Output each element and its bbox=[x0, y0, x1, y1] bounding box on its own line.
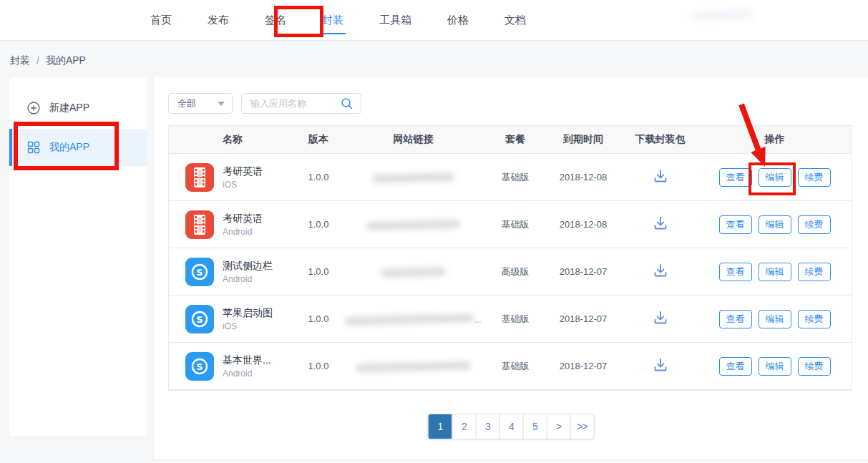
website-link-cell bbox=[340, 266, 487, 277]
category-select[interactable]: 全部 bbox=[168, 93, 233, 114]
nav-item-6[interactable]: 文档 bbox=[503, 9, 527, 31]
table-row: S苹果启动图iOS1.0.0...基础版2018-12-07查看编辑续费 bbox=[169, 296, 852, 343]
column-header-1: 版本 bbox=[297, 133, 340, 146]
nav-item-4[interactable]: 工具箱 bbox=[378, 9, 413, 31]
breadcrumb-separator: / bbox=[36, 55, 39, 67]
renew-button[interactable]: 续费 bbox=[798, 215, 831, 234]
film-icon bbox=[185, 210, 214, 239]
plan-cell: 基础版 bbox=[487, 218, 544, 231]
s-logo-icon: S bbox=[185, 352, 214, 381]
app-search bbox=[241, 93, 361, 114]
table-body: 考研英语iOS1.0.0基础版2018-12-08查看编辑续费考研英语Andro… bbox=[169, 154, 852, 390]
actions-cell: 查看编辑续费 bbox=[698, 168, 852, 187]
breadcrumb-current: 我的APP bbox=[46, 54, 86, 67]
table-row: S基本世界...Android1.0.0基础版2018-12-07查看编辑续费 bbox=[169, 343, 852, 390]
s-logo-icon: S bbox=[185, 258, 214, 286]
app-platform: Android bbox=[223, 274, 273, 284]
expiry-cell: 2018-12-07 bbox=[544, 361, 623, 371]
svg-text:S: S bbox=[196, 361, 203, 372]
download-icon[interactable] bbox=[653, 215, 668, 231]
view-button[interactable]: 查看 bbox=[719, 168, 752, 187]
main-nav: 首页发布签名封装工具箱价格文档 bbox=[149, 0, 527, 40]
renew-button[interactable]: 续费 bbox=[798, 168, 831, 187]
website-link-cell bbox=[340, 219, 487, 230]
app-platform: iOS bbox=[223, 180, 263, 190]
redacted-url bbox=[345, 313, 474, 325]
app-name-cell: 考研英语Android bbox=[169, 210, 297, 239]
edit-button[interactable]: 编辑 bbox=[759, 310, 791, 328]
last-page-button[interactable]: >> bbox=[570, 414, 594, 439]
edit-button[interactable]: 编辑 bbox=[759, 357, 791, 376]
expiry-cell: 2018-12-07 bbox=[544, 313, 623, 324]
app-name-block: 苹果启动图iOS bbox=[223, 307, 273, 331]
filter-toolbar: 全部 bbox=[168, 93, 361, 114]
sidebar-item-my-app[interactable]: 我的APP bbox=[9, 129, 147, 166]
page-button-5[interactable]: 5 bbox=[523, 414, 547, 439]
plan-cell: 基础版 bbox=[487, 313, 544, 326]
download-icon[interactable] bbox=[653, 168, 668, 184]
sidebar-item-new-app[interactable]: 新建APP bbox=[9, 93, 147, 123]
app-name-cell: S苹果启动图iOS bbox=[169, 305, 297, 333]
version-cell: 1.0.0 bbox=[297, 361, 340, 371]
version-cell: 1.0.0 bbox=[297, 219, 340, 230]
edit-button[interactable]: 编辑 bbox=[759, 263, 791, 281]
redacted-url bbox=[356, 361, 470, 372]
download-cell bbox=[623, 310, 698, 328]
redacted-url bbox=[366, 220, 459, 230]
download-icon[interactable] bbox=[653, 357, 668, 373]
table-row: 考研英语Android1.0.0基础版2018-12-08查看编辑续费 bbox=[169, 201, 852, 248]
download-icon[interactable] bbox=[653, 263, 668, 278]
app-name-block: 基本世界...Android bbox=[223, 354, 271, 379]
view-button[interactable]: 查看 bbox=[719, 215, 752, 234]
edit-button[interactable]: 编辑 bbox=[759, 215, 791, 234]
column-header-2: 网站链接 bbox=[340, 133, 487, 146]
plus-circle-icon bbox=[27, 102, 40, 114]
nav-item-3[interactable]: 封装 bbox=[321, 9, 345, 31]
svg-text:S: S bbox=[196, 267, 203, 278]
table-row: 考研英语iOS1.0.0基础版2018-12-08查看编辑续费 bbox=[169, 154, 852, 201]
nav-item-1[interactable]: 发布 bbox=[206, 9, 230, 31]
download-cell bbox=[623, 168, 698, 186]
website-link-cell: ... bbox=[340, 313, 487, 325]
next-page-button[interactable]: > bbox=[547, 414, 570, 439]
download-icon[interactable] bbox=[653, 310, 668, 326]
nav-item-0[interactable]: 首页 bbox=[149, 9, 173, 31]
breadcrumb-section[interactable]: 封装 bbox=[10, 54, 30, 67]
version-cell: 1.0.0 bbox=[297, 172, 340, 182]
redacted-url bbox=[372, 173, 454, 183]
actions-cell: 查看编辑续费 bbox=[698, 215, 852, 234]
grid-icon bbox=[27, 141, 40, 154]
app-name-block: 考研英语iOS bbox=[223, 165, 263, 190]
actions-cell: 查看编辑续费 bbox=[698, 310, 852, 328]
page-button-4[interactable]: 4 bbox=[499, 414, 523, 439]
app-name: 考研英语 bbox=[223, 165, 263, 178]
edit-button[interactable]: 编辑 bbox=[759, 168, 791, 187]
view-button[interactable]: 查看 bbox=[719, 263, 752, 281]
nav-item-5[interactable]: 价格 bbox=[446, 9, 470, 31]
column-header-4: 到期时间 bbox=[544, 133, 623, 146]
download-cell bbox=[623, 263, 698, 281]
renew-button[interactable]: 续费 bbox=[798, 263, 831, 281]
main-panel: 全部 名称版本网站链接套餐到期时间下载封装包操作 考研英语iOS1.0.0基础版… bbox=[154, 77, 868, 459]
redacted-url bbox=[381, 268, 445, 277]
nav-item-2[interactable]: 签名 bbox=[263, 9, 288, 31]
page-button-1[interactable]: 1 bbox=[429, 414, 452, 439]
app-name: 基本世界... bbox=[223, 354, 271, 367]
apps-table: 名称版本网站链接套餐到期时间下载封装包操作 考研英语iOS1.0.0基础版201… bbox=[168, 125, 852, 391]
table-header-row: 名称版本网站链接套餐到期时间下载封装包操作 bbox=[169, 125, 852, 154]
renew-button[interactable]: 续费 bbox=[798, 357, 831, 376]
app-name-cell: S基本世界...Android bbox=[169, 352, 297, 381]
view-button[interactable]: 查看 bbox=[719, 310, 752, 328]
page-button-3[interactable]: 3 bbox=[476, 414, 499, 439]
sidebar-item-label: 我的APP bbox=[49, 141, 89, 154]
pagination: 12345>>> bbox=[428, 414, 595, 439]
view-button[interactable]: 查看 bbox=[719, 357, 752, 376]
page-button-2[interactable]: 2 bbox=[452, 414, 476, 439]
renew-button[interactable]: 续费 bbox=[798, 310, 831, 328]
search-input[interactable] bbox=[250, 98, 341, 109]
version-cell: 1.0.0 bbox=[297, 313, 340, 324]
column-header-0: 名称 bbox=[169, 133, 297, 146]
app-name-cell: 考研英语iOS bbox=[169, 163, 297, 192]
download-cell bbox=[623, 215, 698, 233]
search-icon[interactable] bbox=[341, 97, 353, 110]
